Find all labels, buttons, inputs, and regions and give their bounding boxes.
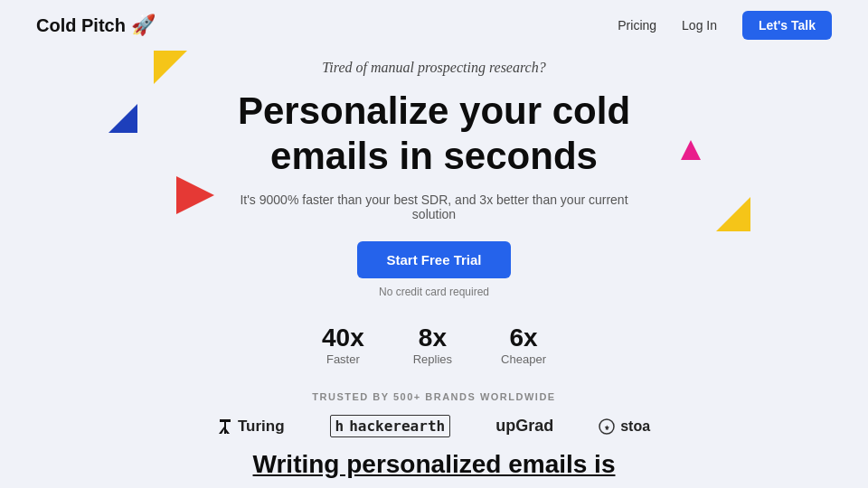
- navbar: Cold Pitch 🚀 Pricing Log In Let's Talk: [0, 0, 868, 51]
- hero-note: No credit card required: [379, 286, 489, 298]
- stats-section: 40x Faster 8x Replies 6x Cheaper: [0, 324, 868, 366]
- svg-text:⚜: ⚜: [604, 425, 609, 432]
- logo-stoa: ⚜ stoa: [599, 418, 650, 435]
- bottom-title: Writing personalized emails is: [0, 450, 868, 479]
- bottom-section: Writing personalized emails is: [0, 437, 868, 479]
- stat-faster-value: 40x: [322, 324, 364, 352]
- bottom-title-text: Writing personalized emails is: [253, 450, 616, 478]
- rocket-icon: 🚀: [131, 14, 156, 37]
- logo-upgrad-text: upGrad: [495, 417, 553, 436]
- stat-faster: 40x Faster: [322, 324, 364, 366]
- logo-turing-text: Turing: [238, 418, 285, 436]
- trusted-logos: Turing h hackerearth upGrad ⚜ stoa: [218, 415, 650, 437]
- logo-text: Cold Pitch: [36, 15, 126, 36]
- logo-hackerearth-text: h: [335, 418, 344, 435]
- turing-icon: [218, 418, 232, 436]
- logo-stoa-text: stoa: [620, 418, 650, 435]
- stat-faster-label: Faster: [326, 352, 360, 366]
- stat-replies-value: 8x: [419, 324, 447, 352]
- stoa-icon: ⚜: [599, 418, 615, 435]
- hero-title-line2: emails in seconds: [270, 135, 598, 177]
- logo: Cold Pitch 🚀: [36, 14, 156, 37]
- stat-cheaper-label: Cheaper: [501, 352, 546, 366]
- logo-upgrad: upGrad: [495, 417, 553, 436]
- logo-hackerearth-name: hackerearth: [349, 418, 445, 435]
- hero-description: It's 9000% faster than your best SDR, an…: [231, 192, 637, 221]
- hero-title-line1: Personalize your cold: [238, 89, 630, 132]
- hero-title: Personalize your cold emails in seconds: [238, 89, 630, 178]
- trusted-label: TRUSTED BY 500+ BRANDS WORLDWIDE: [312, 391, 555, 402]
- hero-section: Tired of manual prospecting research? Pe…: [0, 51, 868, 324]
- trusted-section: TRUSTED BY 500+ BRANDS WORLDWIDE Turing …: [0, 391, 868, 437]
- hero-cta-button[interactable]: Start Free Trial: [357, 241, 510, 278]
- nav-login[interactable]: Log In: [682, 18, 717, 33]
- logo-hackerearth: h hackerearth: [330, 415, 451, 437]
- logo-turing: Turing: [218, 418, 285, 436]
- nav-links: Pricing Log In Let's Talk: [618, 11, 832, 40]
- stat-cheaper-value: 6x: [509, 324, 537, 352]
- stat-replies: 8x Replies: [413, 324, 452, 366]
- stat-cheaper: 6x Cheaper: [501, 324, 546, 366]
- stat-replies-label: Replies: [413, 352, 452, 366]
- nav-cta-button[interactable]: Let's Talk: [742, 11, 832, 40]
- hero-subtitle: Tired of manual prospecting research?: [322, 60, 545, 76]
- nav-pricing[interactable]: Pricing: [618, 18, 656, 33]
